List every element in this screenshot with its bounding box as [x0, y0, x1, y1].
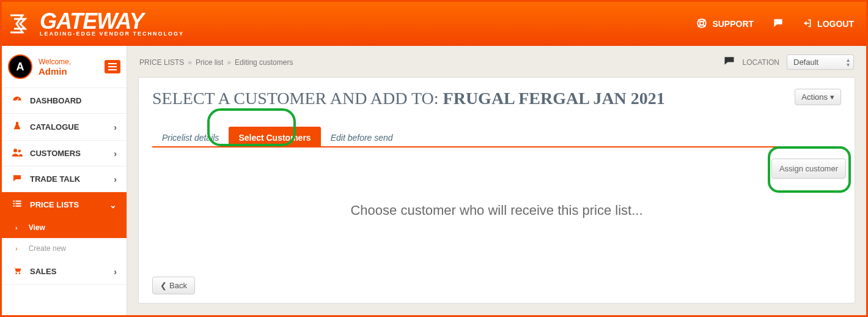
- caret-down-icon: ▾: [830, 92, 834, 102]
- lifebuoy-icon: [696, 18, 707, 31]
- svg-point-17: [15, 272, 17, 274]
- page-title-name: Frugal Fergal Jan 2021: [443, 89, 665, 108]
- sidebar-nav: DASHBOARD CATALOGUE › CUSTOMERS ›: [2, 88, 127, 285]
- tab-select-customers[interactable]: Select Customers: [229, 127, 320, 147]
- support-label: SUPPORT: [712, 19, 754, 29]
- sidebar-sub-label: Create new: [29, 244, 66, 253]
- svg-rect-13: [13, 203, 15, 204]
- chat-icon: [772, 17, 784, 31]
- breadcrumb-row: PRICE LISTS » Price list » Editing custo…: [138, 52, 855, 77]
- sidebar-item-customers[interactable]: CUSTOMERS ›: [2, 141, 127, 166]
- chevron-down-icon: ⌄: [109, 200, 117, 210]
- svg-point-9: [13, 149, 17, 152]
- sidebar-label: PRICE LISTS: [30, 200, 79, 209]
- tab-bar: Pricelist details Select Customers Edit …: [152, 125, 841, 147]
- sidebar-toggle-button[interactable]: [105, 60, 120, 73]
- brand-logo[interactable]: GATEWAY LEADING-EDGE VENDOR TECHNOLOGY: [8, 10, 184, 37]
- sidebar-subitem-create[interactable]: › Create new: [2, 238, 127, 259]
- page-chat-button[interactable]: [723, 55, 735, 69]
- chat-icon: [12, 174, 23, 184]
- logout-label: LOGOUT: [817, 19, 854, 29]
- users-icon: [12, 148, 23, 158]
- stepper-icon: ▴▾: [847, 58, 850, 67]
- chevron-left-icon: ❮: [160, 281, 167, 290]
- back-label: Back: [169, 281, 187, 290]
- main-content: PRICE LISTS » Price list » Editing custo…: [127, 46, 866, 315]
- chevron-right-icon: ›: [114, 174, 117, 184]
- breadcrumb-separator: »: [227, 58, 231, 67]
- svg-point-1: [700, 21, 704, 25]
- svg-rect-15: [13, 206, 15, 207]
- sidebar-item-price-lists[interactable]: PRICE LISTS ⌄: [2, 192, 127, 217]
- svg-rect-14: [15, 203, 21, 204]
- welcome-text: Welcome,: [39, 58, 71, 66]
- sidebar-label: SALES: [30, 267, 56, 276]
- chevron-right-icon: ›: [114, 122, 117, 132]
- logo-mark-icon: [8, 10, 35, 37]
- back-button[interactable]: ❮ Back: [152, 277, 195, 294]
- brand-name: GATEWAY: [40, 12, 184, 31]
- location-value: Default: [793, 58, 818, 67]
- page-title: Select a customer and add to: Frugal Fer…: [152, 89, 665, 108]
- list-icon: [12, 200, 23, 210]
- sidebar-item-catalogue[interactable]: CATALOGUE ›: [2, 114, 127, 141]
- actions-label: Actions: [801, 92, 828, 102]
- flask-icon: [12, 121, 23, 133]
- svg-point-18: [19, 272, 21, 274]
- sidebar-label: TRADE TALK: [30, 174, 80, 184]
- support-link[interactable]: SUPPORT: [696, 18, 754, 31]
- avatar[interactable]: A: [8, 54, 32, 79]
- sidebar-label: CATALOGUE: [30, 122, 79, 132]
- sidebar-subitem-view[interactable]: › View: [2, 217, 127, 238]
- breadcrumb-item[interactable]: Price list: [196, 58, 223, 67]
- svg-rect-16: [15, 206, 21, 207]
- breadcrumb-item[interactable]: PRICE LISTS: [139, 58, 184, 67]
- chevron-right-icon: ›: [114, 149, 117, 158]
- page-title-prefix: Select a customer and add to:: [152, 89, 443, 108]
- assign-customer-button[interactable]: Assign customer: [771, 158, 846, 179]
- chevron-right-icon: ›: [15, 224, 18, 231]
- sidebar-sub-label: View: [29, 223, 45, 232]
- user-block: A Welcome, Admin: [2, 46, 127, 88]
- location-label: LOCATION: [743, 58, 779, 67]
- sidebar-label: CUSTOMERS: [30, 149, 81, 158]
- user-name: Admin: [39, 66, 71, 76]
- tab-edit-before-send[interactable]: Edit before send: [321, 127, 403, 147]
- location-select[interactable]: Default ▴▾: [787, 54, 854, 70]
- actions-dropdown[interactable]: Actions ▾: [795, 89, 841, 105]
- svg-point-10: [18, 150, 21, 153]
- topbar-chat-button[interactable]: [772, 17, 784, 31]
- sidebar-item-sales[interactable]: SALES ›: [2, 259, 127, 285]
- topbar: GATEWAY LEADING-EDGE VENDOR TECHNOLOGY S…: [2, 2, 866, 46]
- empty-state-message: Choose customer who will receive this pr…: [152, 203, 841, 218]
- svg-rect-11: [13, 201, 15, 202]
- sidebar-item-dashboard[interactable]: DASHBOARD: [2, 88, 127, 114]
- cart-icon: [12, 266, 23, 277]
- tab-pricelist-details[interactable]: Pricelist details: [152, 127, 229, 147]
- logo-text: GATEWAY LEADING-EDGE VENDOR TECHNOLOGY: [40, 12, 184, 36]
- sidebar: A Welcome, Admin DASHBOARD CATALOGUE ›: [2, 46, 127, 315]
- sidebar-item-trade-talk[interactable]: TRADE TALK ›: [2, 166, 127, 192]
- main-panel: Select a customer and add to: Frugal Fer…: [138, 77, 855, 304]
- chevron-right-icon: ›: [114, 267, 117, 277]
- brand-tagline: LEADING-EDGE VENDOR TECHNOLOGY: [40, 31, 184, 36]
- logout-link[interactable]: LOGOUT: [803, 18, 854, 30]
- dashboard-icon: [12, 95, 23, 106]
- logout-icon: [803, 18, 812, 30]
- sidebar-label: DASHBOARD: [30, 96, 82, 105]
- chevron-right-icon: ›: [15, 245, 18, 252]
- svg-rect-12: [15, 201, 21, 202]
- breadcrumb-separator: »: [188, 58, 192, 67]
- breadcrumb-item: Editing customers: [235, 58, 293, 67]
